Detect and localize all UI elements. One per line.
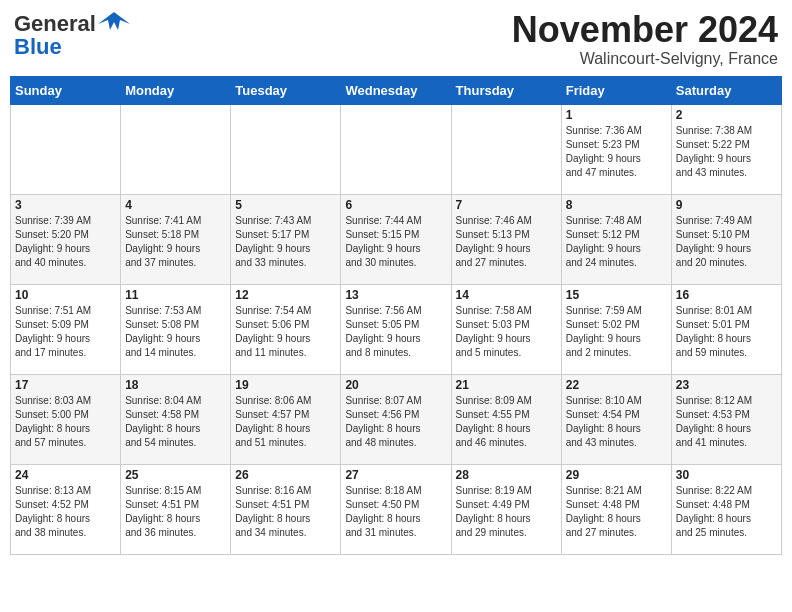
day-info: Sunrise: 8:06 AMSunset: 4:57 PMDaylight:… <box>235 394 336 450</box>
calendar-cell: 13Sunrise: 7:56 AMSunset: 5:05 PMDayligh… <box>341 284 451 374</box>
calendar-cell: 12Sunrise: 7:54 AMSunset: 5:06 PMDayligh… <box>231 284 341 374</box>
logo-general-text: General <box>14 12 96 36</box>
day-number: 9 <box>676 198 777 212</box>
day-number: 25 <box>125 468 226 482</box>
day-number: 2 <box>676 108 777 122</box>
col-header-monday: Monday <box>121 76 231 104</box>
calendar-week-3: 10Sunrise: 7:51 AMSunset: 5:09 PMDayligh… <box>11 284 782 374</box>
calendar-cell: 20Sunrise: 8:07 AMSunset: 4:56 PMDayligh… <box>341 374 451 464</box>
day-info: Sunrise: 7:59 AMSunset: 5:02 PMDaylight:… <box>566 304 667 360</box>
day-info: Sunrise: 7:58 AMSunset: 5:03 PMDaylight:… <box>456 304 557 360</box>
day-number: 19 <box>235 378 336 392</box>
calendar-cell: 26Sunrise: 8:16 AMSunset: 4:51 PMDayligh… <box>231 464 341 554</box>
calendar-cell: 23Sunrise: 8:12 AMSunset: 4:53 PMDayligh… <box>671 374 781 464</box>
day-info: Sunrise: 8:22 AMSunset: 4:48 PMDaylight:… <box>676 484 777 540</box>
day-info: Sunrise: 8:18 AMSunset: 4:50 PMDaylight:… <box>345 484 446 540</box>
day-info: Sunrise: 7:41 AMSunset: 5:18 PMDaylight:… <box>125 214 226 270</box>
day-info: Sunrise: 8:07 AMSunset: 4:56 PMDaylight:… <box>345 394 446 450</box>
day-number: 13 <box>345 288 446 302</box>
day-number: 29 <box>566 468 667 482</box>
day-number: 3 <box>15 198 116 212</box>
calendar-cell: 28Sunrise: 8:19 AMSunset: 4:49 PMDayligh… <box>451 464 561 554</box>
day-number: 22 <box>566 378 667 392</box>
day-info: Sunrise: 7:44 AMSunset: 5:15 PMDaylight:… <box>345 214 446 270</box>
day-info: Sunrise: 7:48 AMSunset: 5:12 PMDaylight:… <box>566 214 667 270</box>
day-number: 14 <box>456 288 557 302</box>
day-info: Sunrise: 8:01 AMSunset: 5:01 PMDaylight:… <box>676 304 777 360</box>
day-info: Sunrise: 8:16 AMSunset: 4:51 PMDaylight:… <box>235 484 336 540</box>
calendar-cell <box>451 104 561 194</box>
calendar-cell <box>231 104 341 194</box>
calendar-week-4: 17Sunrise: 8:03 AMSunset: 5:00 PMDayligh… <box>11 374 782 464</box>
month-title: November 2024 <box>512 10 778 50</box>
day-number: 12 <box>235 288 336 302</box>
day-number: 11 <box>125 288 226 302</box>
day-info: Sunrise: 7:53 AMSunset: 5:08 PMDaylight:… <box>125 304 226 360</box>
calendar-cell: 8Sunrise: 7:48 AMSunset: 5:12 PMDaylight… <box>561 194 671 284</box>
day-number: 1 <box>566 108 667 122</box>
calendar-cell: 27Sunrise: 8:18 AMSunset: 4:50 PMDayligh… <box>341 464 451 554</box>
day-info: Sunrise: 8:12 AMSunset: 4:53 PMDaylight:… <box>676 394 777 450</box>
calendar-cell: 4Sunrise: 7:41 AMSunset: 5:18 PMDaylight… <box>121 194 231 284</box>
day-info: Sunrise: 8:10 AMSunset: 4:54 PMDaylight:… <box>566 394 667 450</box>
day-info: Sunrise: 7:51 AMSunset: 5:09 PMDaylight:… <box>15 304 116 360</box>
calendar-cell <box>341 104 451 194</box>
day-info: Sunrise: 7:56 AMSunset: 5:05 PMDaylight:… <box>345 304 446 360</box>
day-info: Sunrise: 7:39 AMSunset: 5:20 PMDaylight:… <box>15 214 116 270</box>
calendar-header-row: SundayMondayTuesdayWednesdayThursdayFrid… <box>11 76 782 104</box>
day-info: Sunrise: 8:19 AMSunset: 4:49 PMDaylight:… <box>456 484 557 540</box>
calendar-cell: 21Sunrise: 8:09 AMSunset: 4:55 PMDayligh… <box>451 374 561 464</box>
day-number: 16 <box>676 288 777 302</box>
col-header-saturday: Saturday <box>671 76 781 104</box>
day-number: 20 <box>345 378 446 392</box>
day-number: 21 <box>456 378 557 392</box>
day-number: 30 <box>676 468 777 482</box>
calendar-cell: 11Sunrise: 7:53 AMSunset: 5:08 PMDayligh… <box>121 284 231 374</box>
calendar-cell: 7Sunrise: 7:46 AMSunset: 5:13 PMDaylight… <box>451 194 561 284</box>
calendar-cell: 1Sunrise: 7:36 AMSunset: 5:23 PMDaylight… <box>561 104 671 194</box>
day-number: 5 <box>235 198 336 212</box>
calendar-cell: 25Sunrise: 8:15 AMSunset: 4:51 PMDayligh… <box>121 464 231 554</box>
logo: General Blue <box>14 10 130 60</box>
day-number: 17 <box>15 378 116 392</box>
col-header-wednesday: Wednesday <box>341 76 451 104</box>
calendar-week-2: 3Sunrise: 7:39 AMSunset: 5:20 PMDaylight… <box>11 194 782 284</box>
col-header-friday: Friday <box>561 76 671 104</box>
day-number: 24 <box>15 468 116 482</box>
calendar-cell: 30Sunrise: 8:22 AMSunset: 4:48 PMDayligh… <box>671 464 781 554</box>
day-info: Sunrise: 7:49 AMSunset: 5:10 PMDaylight:… <box>676 214 777 270</box>
day-number: 7 <box>456 198 557 212</box>
calendar-cell: 15Sunrise: 7:59 AMSunset: 5:02 PMDayligh… <box>561 284 671 374</box>
calendar-week-5: 24Sunrise: 8:13 AMSunset: 4:52 PMDayligh… <box>11 464 782 554</box>
day-info: Sunrise: 8:21 AMSunset: 4:48 PMDaylight:… <box>566 484 667 540</box>
calendar-cell: 18Sunrise: 8:04 AMSunset: 4:58 PMDayligh… <box>121 374 231 464</box>
calendar-cell: 29Sunrise: 8:21 AMSunset: 4:48 PMDayligh… <box>561 464 671 554</box>
day-info: Sunrise: 7:46 AMSunset: 5:13 PMDaylight:… <box>456 214 557 270</box>
calendar-cell: 9Sunrise: 7:49 AMSunset: 5:10 PMDaylight… <box>671 194 781 284</box>
day-number: 18 <box>125 378 226 392</box>
calendar-cell: 19Sunrise: 8:06 AMSunset: 4:57 PMDayligh… <box>231 374 341 464</box>
location-subtitle: Walincourt-Selvigny, France <box>512 50 778 68</box>
day-number: 23 <box>676 378 777 392</box>
calendar-cell: 17Sunrise: 8:03 AMSunset: 5:00 PMDayligh… <box>11 374 121 464</box>
calendar-table: SundayMondayTuesdayWednesdayThursdayFrid… <box>10 76 782 555</box>
day-info: Sunrise: 8:03 AMSunset: 5:00 PMDaylight:… <box>15 394 116 450</box>
calendar-cell: 24Sunrise: 8:13 AMSunset: 4:52 PMDayligh… <box>11 464 121 554</box>
col-header-tuesday: Tuesday <box>231 76 341 104</box>
day-info: Sunrise: 7:43 AMSunset: 5:17 PMDaylight:… <box>235 214 336 270</box>
day-info: Sunrise: 8:04 AMSunset: 4:58 PMDaylight:… <box>125 394 226 450</box>
calendar-cell: 2Sunrise: 7:38 AMSunset: 5:22 PMDaylight… <box>671 104 781 194</box>
day-info: Sunrise: 7:38 AMSunset: 5:22 PMDaylight:… <box>676 124 777 180</box>
calendar-cell: 14Sunrise: 7:58 AMSunset: 5:03 PMDayligh… <box>451 284 561 374</box>
day-number: 10 <box>15 288 116 302</box>
day-info: Sunrise: 7:54 AMSunset: 5:06 PMDaylight:… <box>235 304 336 360</box>
calendar-cell: 16Sunrise: 8:01 AMSunset: 5:01 PMDayligh… <box>671 284 781 374</box>
day-info: Sunrise: 8:13 AMSunset: 4:52 PMDaylight:… <box>15 484 116 540</box>
title-block: November 2024 Walincourt-Selvigny, Franc… <box>512 10 778 68</box>
day-number: 26 <box>235 468 336 482</box>
col-header-sunday: Sunday <box>11 76 121 104</box>
day-info: Sunrise: 8:15 AMSunset: 4:51 PMDaylight:… <box>125 484 226 540</box>
calendar-cell: 3Sunrise: 7:39 AMSunset: 5:20 PMDaylight… <box>11 194 121 284</box>
calendar-cell <box>11 104 121 194</box>
day-number: 27 <box>345 468 446 482</box>
